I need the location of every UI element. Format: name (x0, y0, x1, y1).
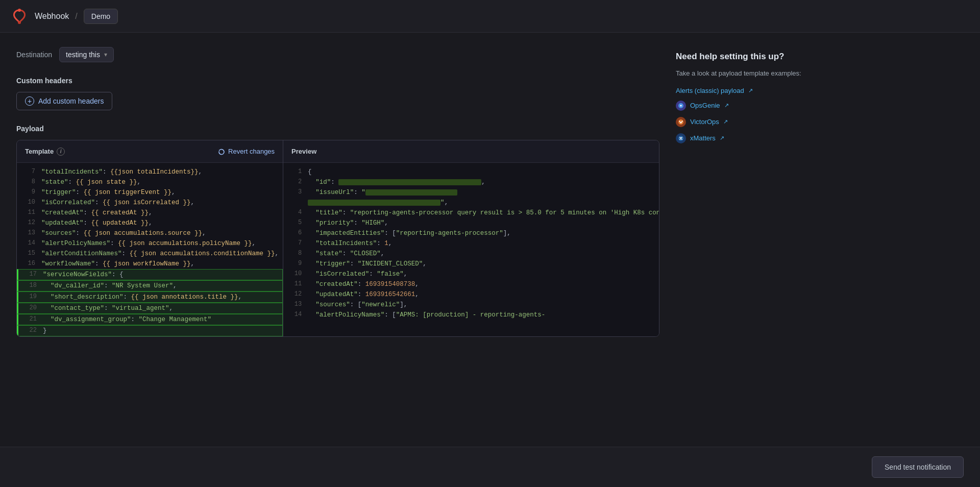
opsgenie-label: OpsGenie (690, 102, 720, 109)
preview-line-8: 8 "state": "CLOSED", (283, 249, 659, 259)
template-code-editor[interactable]: 7 "totalIncidents": {{json totalIncident… (17, 163, 283, 336)
template-line-7: 7 "totalIncidents": {{json totalIncident… (17, 167, 283, 177)
preview-line-7: 7 "totalIncidents": 1, (283, 238, 659, 249)
template-line-12: 12 "updatedAt": {{ updatedAt }}, (17, 218, 283, 228)
template-line-21: 21 "dv_assignment_group": "Change Manage… (17, 314, 283, 325)
logo-icon (10, 7, 29, 26)
svg-point-3 (678, 119, 683, 125)
help-title: Need help setting this up? (676, 51, 819, 62)
template-line-10: 10 "isCorrelated": {{ json isCorrelated … (17, 198, 283, 208)
svg-point-0 (18, 9, 21, 12)
preview-line-14: 14 "alertPolicyNames": ["APMS: [producti… (283, 310, 659, 320)
template-line-8: 8 "state": {{ json state }}, (17, 177, 283, 187)
template-info-icon[interactable]: i (57, 148, 65, 156)
payload-label: Payload (16, 125, 659, 133)
template-line-11: 11 "createdAt": {{ createdAt }}, (17, 208, 283, 218)
preview-line-10: 10 "isCorrelated": "false", (283, 269, 659, 279)
destination-value: testing this (66, 51, 100, 59)
preview-line-11: 11 "createdAt": 1693915408738, (283, 279, 659, 289)
preview-line-3b: 3 ", (283, 198, 659, 208)
alerts-link-label: Alerts (classic) payload (676, 87, 744, 94)
opsgenie-link[interactable]: OpsGenie ↗ (676, 101, 819, 111)
victorops-link[interactable]: VictorOps ↗ (676, 117, 819, 127)
main-content: Destination testing this ▾ Custom header… (0, 33, 980, 351)
svg-point-1 (18, 21, 21, 24)
preview-line-1: 1 { (283, 167, 659, 177)
victorops-external-icon: ↗ (723, 118, 728, 125)
victorops-icon (676, 117, 686, 127)
preview-line-12: 12 "updatedAt": 1693916542661, (283, 289, 659, 300)
template-line-16: 16 "workflowName": {{ json workflowName … (17, 259, 283, 269)
template-line-17: 17 "serviceNowFields": { (17, 269, 283, 280)
xmatters-icon (676, 133, 686, 143)
preview-editor-header: Preview (283, 140, 659, 163)
template-line-15: 15 "alertConditionNames": {{ json accumu… (17, 249, 283, 259)
help-description: Take a look at payload template examples… (676, 68, 819, 79)
preview-line-13: 13 "sources": ["newrelic"], (283, 300, 659, 310)
preview-line-4: 4 "title": "reporting-agents-processor q… (283, 208, 659, 218)
preview-line-3a: 3 "issueUrl": " (283, 187, 659, 198)
template-line-18: 18 "dv_caller_id": "NR System User", (17, 280, 283, 291)
send-test-notification-button[interactable]: Send test notification (872, 456, 964, 478)
revert-changes-button[interactable]: Revert changes (218, 148, 275, 155)
editors-container: Template i Revert changes 7 (16, 140, 659, 337)
custom-headers-title: Custom headers (16, 77, 659, 85)
send-test-label: Send test notification (885, 463, 951, 471)
destination-dropdown[interactable]: testing this ▾ (59, 47, 114, 62)
xmatters-label: xMatters (690, 134, 716, 142)
help-panel: Need help setting this up? Take a look a… (676, 47, 819, 337)
opsgenie-icon (676, 101, 686, 111)
xmatters-external-icon: ↗ (720, 135, 724, 141)
demo-badge[interactable]: Demo (84, 9, 118, 24)
add-headers-label: Add custom headers (38, 97, 104, 105)
revert-label: Revert changes (228, 148, 275, 155)
preview-code-editor[interactable]: 1 { 2 "id": , 3 "issueUrl": " 3 ", (283, 163, 659, 336)
external-link-icon: ↗ (748, 87, 753, 94)
preview-line-9: 9 "trigger": "INCIDENT_CLOSED", (283, 259, 659, 269)
victorops-label: VictorOps (690, 118, 719, 126)
preview-title: Preview (291, 148, 316, 155)
xmatters-link[interactable]: xMatters ↗ (676, 133, 819, 143)
preview-editor-section: Preview 1 { 2 "id": , 3 "issueUrl": " (283, 140, 659, 336)
template-line-22: 22 } (17, 325, 283, 336)
revert-icon (218, 148, 225, 155)
app-name: Webhook (35, 12, 69, 21)
template-line-9: 9 "trigger": {{ json triggerEvent }}, (17, 187, 283, 198)
breadcrumb-separator: / (75, 12, 77, 21)
template-line-20: 20 "contact_type": "virtual_agent", (17, 303, 283, 314)
opsgenie-external-icon: ↗ (724, 102, 729, 109)
template-line-19: 19 "short_description": {{ json annotati… (17, 291, 283, 303)
plus-circle-icon: + (25, 96, 34, 106)
alerts-classic-link[interactable]: Alerts (classic) payload ↗ (676, 87, 819, 94)
template-title: Template i (25, 148, 65, 156)
destination-row: Destination testing this ▾ (16, 47, 659, 62)
preview-line-5: 5 "priority": "HIGH", (283, 218, 659, 228)
bottom-bar: Send test notification (0, 447, 980, 487)
chevron-down-icon: ▾ (104, 51, 107, 58)
template-line-13: 13 "sources": {{ json accumulations.sour… (17, 228, 283, 238)
top-bar: Webhook / Demo (0, 0, 980, 33)
template-line-14: 14 "alertPolicyNames": {{ json accumulat… (17, 238, 283, 249)
template-editor-header: Template i Revert changes (17, 140, 283, 163)
preview-line-6: 6 "impactedEntities": ["reporting-agents… (283, 228, 659, 238)
destination-label: Destination (16, 51, 52, 59)
left-panel: Destination testing this ▾ Custom header… (16, 47, 659, 337)
add-custom-headers-button[interactable]: + Add custom headers (16, 92, 112, 110)
preview-line-2: 2 "id": , (283, 177, 659, 187)
template-editor-section: Template i Revert changes 7 (17, 140, 283, 336)
